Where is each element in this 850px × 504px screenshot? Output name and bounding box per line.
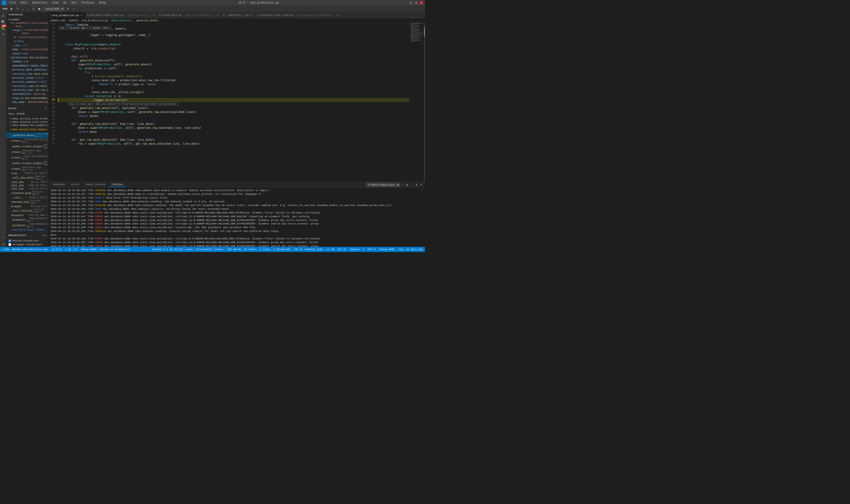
stack-checked-call[interactable]: checked_call http.py 339:1 — [6, 199, 48, 205]
app-icon[interactable]: ⚡ — [2, 0, 6, 5]
close-button[interactable]: ✕ — [420, 1, 423, 4]
stack-wrapper[interactable]: wrapper http.py 97:1 — [6, 205, 48, 208]
tab-stock-move[interactable]: P stock_move.py ../mrp_traceability/... … — [158, 12, 221, 18]
stack-call-lkw-main[interactable]: call_lkw main.py 954:1 — [6, 184, 48, 187]
stack-create-dec1[interactable]: create <decorator-gen-202> 2:1 — [6, 149, 48, 155]
stack-dispatch-base2[interactable]: _dispatch ../base/models/ir_http.py 261:… — [6, 222, 48, 228]
breadcrumb-models[interactable]: models — [69, 19, 79, 22]
status-ln-col[interactable]: Ln 36, Col 27 — [326, 248, 347, 251]
breakpoint-uncaught[interactable]: Uncaught Exceptions — [6, 243, 48, 247]
stack-http[interactable]: ▼ odoo.service.http.request.139924694243… — [6, 127, 48, 132]
locals-label[interactable]: ▼ Locals — [6, 18, 48, 21]
stack-cron1[interactable]: ▶ odoo.service.cron.cron1 PAUSED — [6, 121, 48, 124]
explorer-icon[interactable]: ⊞ — [0, 13, 6, 19]
panel-close-button[interactable]: ✕ — [419, 182, 423, 187]
var-len[interactable]: __len__: 2 — [6, 43, 48, 48]
uncaught-exceptions-checkbox[interactable] — [8, 243, 11, 246]
stack-cron0[interactable]: ▶ odoo.service.cron.cron0 PAUSED — [6, 117, 48, 121]
var-activity-deadline[interactable]: activity_date_deadline: False — [6, 68, 48, 72]
menu-terminal[interactable]: Terminal — [79, 1, 96, 5]
status-encoding[interactable]: UTF-8 — [368, 248, 375, 251]
menu-view[interactable]: View — [50, 1, 60, 5]
settings-button[interactable]: ⚙ — [65, 7, 71, 11]
status-python[interactable]: Python 3.6 10 64-bit (venv: virtualenv) … — [153, 248, 224, 251]
stack-create-dec2[interactable]: create <decorator-gen-202> 2:1 — [6, 166, 48, 172]
var-production[interactable]: ▼ production: mrp.production(6648,) — [6, 56, 48, 60]
breakpoints-header[interactable]: BREAKPOINTS + ⊖ — [6, 233, 48, 238]
terminal-content[interactable]: 2020-04-24 10:52:58,630 7784 WARNING dec… — [49, 188, 425, 247]
menu-file[interactable]: File — [7, 1, 18, 5]
stack-dispatch-base1[interactable]: _dispatch ../base/models/ir_http.py 203:… — [6, 217, 48, 222]
var-bom-id[interactable]: ▶ bom_id: mrp.bom(332000,) — [6, 96, 48, 100]
maximize-button[interactable]: □ — [414, 1, 418, 4]
stack-call[interactable]: __call__ http.py 941:1 — [6, 196, 48, 199]
var-arg-0[interactable]: 0: 'stock.move(311659,).product_type' — [6, 35, 48, 39]
stack-model-create-2[interactable]: _model_create_single api.py 440:1 — [6, 161, 48, 166]
menu-edit[interactable]: Edit — [19, 1, 30, 5]
menu-go[interactable]: Go — [61, 1, 68, 5]
raised-exceptions-checkbox[interactable] — [8, 239, 11, 242]
var-args[interactable]: ▼ args: ('stock.move(311659,)...duct_typ… — [6, 29, 48, 35]
stack-generate-moves[interactable]: _generate_moves ../mrp/models/mrp_produc… — [6, 132, 48, 138]
tab-output[interactable]: OUTPUT — [68, 183, 83, 187]
menu-run[interactable]: Run — [70, 1, 78, 5]
search-icon[interactable]: 🔍 — [0, 19, 6, 25]
tab-purchase-order[interactable]: P purchase_order_line.py ../stock_cancel… — [86, 12, 158, 18]
stop-button[interactable]: ⏹ — [37, 7, 42, 11]
status-errors[interactable]: ✕ 13 ⚠ 27 — [65, 248, 77, 251]
stack-call-lkw-multi[interactable]: _call_lkw_multi main.py 746:1 — [6, 175, 48, 181]
source-control-icon[interactable]: ⑃ — [0, 37, 6, 43]
stack-call-function[interactable]: _call_function http.py 346:1 — [6, 208, 48, 214]
panel-trash-button[interactable]: 🗑 — [405, 182, 409, 187]
menu-help[interactable]: Help — [98, 1, 108, 5]
var-availability[interactable]: availability: 'waiting' — [6, 92, 48, 96]
stack-copy[interactable]: copy models.py 4307:1 — [6, 172, 48, 175]
status-chars[interactable]: 205 Words, 51 Chars, 2 Lines, 1 Paragrap… — [227, 248, 323, 251]
watch-header[interactable]: WATCH + — [6, 106, 48, 111]
stack-create-1[interactable]: create ../mrp/models/mrp_production.py 3… — [6, 138, 48, 144]
add-config-button[interactable]: + — [71, 7, 76, 11]
stack-response-wrap[interactable]: response_wrap http.py 957:1 — [6, 191, 48, 196]
breakpoint-mrp[interactable]: mrp_production.py addons-dec/mrp_traceab… — [6, 247, 48, 247]
extensions-icon[interactable]: ⧉ — [0, 31, 6, 37]
tab-manifest[interactable]: P __manifest__.py ✕ — [221, 12, 255, 18]
var-activity-ids[interactable]: ▶ activity_ids: mail.activity() — [6, 72, 48, 76]
status-git[interactable]: ⎇ 12.0 — [51, 248, 61, 251]
var-arg-1[interactable]: 1: None — [6, 39, 48, 43]
status-debug[interactable]: Debug 8008: Paused on Breakpoint — [81, 248, 130, 251]
panel-minimize-button[interactable]: ⌄ — [410, 182, 414, 187]
stack-bus[interactable]: ▶ odoo.addons.bus.models.bus.Bus PAUSED — [6, 124, 48, 127]
var-name[interactable]: name: 'stock.move(311659,).product_type' — [6, 48, 48, 52]
tab-problems[interactable]: PROBLEMS — [50, 183, 68, 187]
tab-close-2[interactable]: ✕ — [152, 14, 156, 17]
tab-mrp-production[interactable]: P mrp_production.py ✕ — [49, 12, 86, 18]
stack-dispatch[interactable]: dispatch http.py 698:1 — [6, 214, 48, 217]
step-over-button[interactable]: ↷ — [15, 7, 20, 11]
var-activity-summary[interactable]: activity_summary: False — [6, 80, 48, 84]
panel-add-button[interactable]: + — [401, 182, 404, 187]
var-activity-user[interactable]: ▶ activity_user_id: res.users() — [6, 88, 48, 92]
manage-icon[interactable]: ⚙ — [0, 241, 6, 247]
call-stack-header[interactable]: CALL STACK — [6, 111, 48, 117]
breakpoint-raised[interactable]: Raised Exceptions — [6, 239, 48, 243]
step-into-button[interactable]: ↓ — [21, 7, 25, 11]
breadcrumb-class[interactable]: MrpProduction — [111, 19, 132, 22]
stack-call-lkw-api[interactable]: call_lkw api.py 759:1 — [6, 181, 48, 184]
debug-config-select[interactable]: :debug 8008 — [43, 7, 65, 11]
breadcrumb-file[interactable]: mrp_production.py — [82, 19, 108, 22]
accounts-icon[interactable]: ♡ — [0, 235, 6, 241]
stack-model-create-1[interactable]: _model_create_single api.py 440:1 — [6, 144, 48, 149]
debug-icon[interactable]: 🐛 19 — [0, 25, 6, 31]
var-concurrency[interactable]: CONCURRENCY_CHECK_FIELD: '__last_update' — [6, 64, 48, 68]
scroll-thumb[interactable] — [424, 27, 425, 37]
var-value[interactable]: value: None — [6, 52, 48, 56]
python-debug-select[interactable]: 6: Python Debug Consc — [366, 183, 400, 187]
var-activity-state[interactable]: activity_state: False — [6, 76, 48, 80]
load-more-frames[interactable]: Load More Stack Frames — [6, 228, 48, 232]
status-ssh[interactable]: ⚡ SSH: banako.decindustrie.com — [2, 248, 47, 251]
tab-close-4[interactable]: ✕ — [250, 14, 253, 17]
status-spaces[interactable]: Spaces: 4 — [350, 248, 364, 251]
tab-debug-console[interactable]: DEBUG CONSOLE — [83, 183, 108, 187]
status-git-blame[interactable]: You, 22 days ago — [398, 248, 423, 251]
continue-button[interactable]: ▶ — [9, 7, 14, 11]
